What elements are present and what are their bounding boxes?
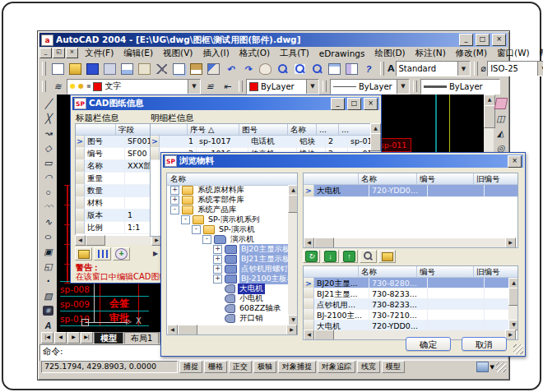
column-header[interactable] [76,124,116,136]
columns-button[interactable] [94,247,111,261]
table-row[interactable]: BJ21主显... 730-8233... [304,288,517,299]
chevron-down-icon[interactable]: ▼ [537,62,543,76]
tree-expand-toggle[interactable]: + [213,245,222,254]
communication-center-icon[interactable] [476,362,489,372]
toolbar-grip[interactable] [323,81,327,92]
properties-button[interactable] [326,61,342,76]
table-row[interactable]: > BJ20主显... 730-8280... [304,278,517,288]
layout-tab[interactable]: 布局1 [124,332,159,344]
tree-expand-toggle[interactable]: - [192,225,201,234]
make-block-button[interactable] [40,259,56,274]
hatch-button[interactable] [40,288,56,303]
mdi-restore-button[interactable]: ◱ [53,48,65,58]
scrollbar-thumb[interactable] [314,330,334,340]
tree-expand-toggle[interactable]: - [170,205,179,214]
dialog-close-button[interactable]: × [364,98,378,110]
mtext-button[interactable] [40,318,56,332]
open-record-button[interactable] [75,247,92,261]
insert-block-button[interactable] [40,244,56,259]
tree-expand-toggle[interactable]: + [213,274,222,284]
selected-table-hscrollbar[interactable]: ◀ ▶ [304,238,516,247]
toolbar-more-icon[interactable]: ▶ [153,250,158,257]
tree-item[interactable]: - 系统产品库 [167,205,288,214]
status-toggle[interactable]: 捕捉 [179,361,202,373]
ellipse-button[interactable] [40,229,56,244]
tree-item[interactable]: 开口销 [167,313,288,323]
tree-vscrollbar[interactable]: ▲ ▼ [288,185,297,325]
selected-material-table[interactable]: 名称编号旧编号英文名称 > 大电机 720-YDD0... ◀ ▶ [303,173,518,248]
tab-last-button[interactable]: ▶| [81,332,93,344]
open-button[interactable] [67,61,83,76]
layer-manager-button[interactable]: ≋ [49,79,66,95]
arc-button[interactable] [40,170,56,185]
erase-button[interactable] [494,96,508,111]
tree-header[interactable]: 名称 [167,173,297,186]
menu-item[interactable]: 插入(I) [197,48,234,59]
toolbar-grip[interactable] [42,62,46,75]
result-table[interactable]: 名称编号旧编号英文名称 > BJ20主显... 730-8280... BJ21… [303,265,518,340]
menu-item[interactable]: 标注(N) [411,48,451,59]
scrollbar-thumb[interactable] [370,133,381,151]
line-button[interactable] [40,96,56,111]
status-toggle[interactable]: 极轴 [253,361,276,373]
layer-combo[interactable]: 文字 ▼ [67,79,201,95]
search-button[interactable] [360,250,377,263]
menu-item[interactable]: 格式(O) [234,48,275,59]
circle-button[interactable] [40,185,56,200]
designcenter-button[interactable] [343,61,360,76]
dim-style-combo[interactable]: ISO-25 ▼ [487,61,543,76]
column-header[interactable] [151,124,188,136]
column-header[interactable]: ... [317,124,339,136]
scrollbar-thumb[interactable] [314,238,334,248]
point-button[interactable] [40,274,56,288]
column-header[interactable]: 旧编号 [474,266,518,278]
column-header[interactable]: ... [339,124,372,136]
tree-expand-toggle[interactable]: + [170,186,179,195]
scroll-left-icon[interactable]: ◀ [167,325,178,335]
copy-button[interactable] [170,61,187,76]
menu-item[interactable]: 修改(M) [451,48,492,59]
scrollbar-thumb[interactable] [508,288,518,306]
camera-button[interactable] [40,303,56,318]
tab-next-button[interactable]: ▶ [67,332,80,344]
chevron-down-icon[interactable]: ▼ [306,80,318,94]
tree-expand-toggle[interactable]: + [170,196,179,205]
pan-button[interactable] [257,61,273,76]
column-header[interactable]: 图号 [239,124,288,136]
status-toggle[interactable]: 对象捕捉 [278,361,316,373]
rectangle-button[interactable] [40,155,56,170]
menu-item[interactable]: 视图(V) [158,48,197,59]
tree-item[interactable]: 大电机 [167,284,288,293]
copy-object-button[interactable] [494,111,508,126]
toolbar-grip[interactable] [413,81,417,92]
tree-item[interactable]: + 点钞机用螺钉部件 [167,264,288,274]
menu-item[interactable]: 编辑(E) [118,48,158,59]
chevron-down-icon[interactable]: ▼ [188,80,200,94]
revision-cloud-button[interactable] [40,200,56,214]
column-header[interactable]: 名称 [359,266,417,278]
dialog-maximize-button[interactable]: □ [347,98,361,110]
column-header[interactable] [304,173,359,185]
polygon-button[interactable] [40,141,56,155]
plot-button[interactable] [101,61,118,76]
dialog-resize-grip[interactable] [513,344,523,354]
status-toggle[interactable]: 正交 [229,361,252,373]
title-bar[interactable]: a AutoCAD 2004 - [E:\UG\dwg\图框\测试用图(部件).… [39,33,508,47]
scroll-left-icon[interactable]: ◀ [75,235,86,246]
scrollbar-thumb[interactable] [178,325,197,335]
dialog-title-bar[interactable]: SP CAD图纸信息 _ □ × [72,97,379,110]
cancel-button[interactable]: 取消 [462,337,507,351]
column-header[interactable]: 名称 [288,124,317,136]
maximize-button[interactable]: □ [476,34,490,46]
toolbar-grip[interactable] [474,62,478,75]
tree-item[interactable]: - 演示机 [167,234,288,244]
paste-button[interactable] [188,61,204,76]
add-field-button[interactable] [113,247,130,261]
status-toggle[interactable]: 对象追踪 [318,361,355,373]
table-row[interactable]: > 大电机 720-YDD0... [304,185,517,197]
color-combo[interactable]: ByLayer ▼ [246,79,319,95]
mirror-button[interactable] [494,126,508,141]
menu-item[interactable]: 绘图(D) [369,48,410,59]
layer-previous-button[interactable]: ⇤ [219,79,235,95]
scroll-right-icon[interactable]: ▶ [286,325,297,335]
